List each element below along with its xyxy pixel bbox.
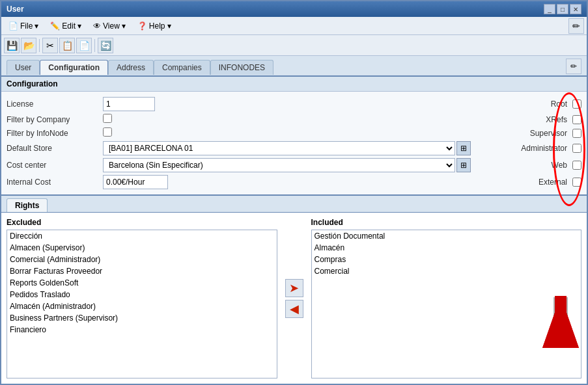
config-title: Configuration	[7, 79, 58, 88]
open-button[interactable]: 📂	[21, 38, 36, 53]
filter-infonode-label: Filter by InfoNode	[7, 129, 98, 138]
list-item[interactable]: Comercial	[312, 265, 581, 277]
help-chevron-icon: ▾	[167, 21, 171, 31]
copy-button[interactable]: 📋	[59, 38, 75, 53]
file-icon: 📄	[8, 21, 18, 31]
cost-center-select[interactable]: Barcelona (Sin Especificar)	[103, 158, 455, 172]
internal-cost-label: Internal Cost	[7, 178, 98, 187]
tab-address[interactable]: Address	[108, 60, 154, 75]
xrefs-checkbox[interactable]	[572, 115, 581, 124]
help-menu-label: Help	[149, 21, 165, 31]
transfer-buttons: ➤ ◀	[283, 218, 306, 378]
edit-menu[interactable]: ✏️ Edit ▾	[46, 20, 86, 33]
supervisor-label: Supervisor	[476, 129, 567, 138]
paste-button[interactable]: 📄	[76, 38, 92, 53]
excluded-list[interactable]: Dirección Almacen (Supervisor) Comercial…	[7, 230, 277, 378]
tab-user[interactable]: User	[7, 60, 40, 75]
save-button[interactable]: 💾	[4, 38, 20, 53]
default-store-label: Default Store	[7, 144, 98, 153]
rights-content: Excluded Dirección Almacen (Supervisor) …	[1, 213, 587, 384]
edit-icon: ✏️	[50, 21, 60, 31]
tab-infonodes[interactable]: INFONODES	[210, 60, 273, 75]
cost-center-label: Cost center	[7, 161, 98, 170]
cost-center-wrapper: Barcelona (Sin Especificar) ⊞	[103, 158, 471, 172]
included-list[interactable]: Gestión Documental Almacén Compras Comer…	[311, 230, 582, 378]
content-area: Configuration License Root Filter by Com…	[1, 77, 587, 384]
default-store-browse-button[interactable]: ⊞	[456, 141, 471, 155]
excluded-label: Excluded	[7, 218, 277, 227]
transfer-right-button[interactable]: ➤	[285, 279, 303, 297]
close-button[interactable]: ✕	[570, 4, 581, 14]
filter-infonode-checkbox[interactable]	[103, 127, 112, 137]
edit-chevron-icon: ▾	[77, 21, 81, 31]
main-window: User _ □ ✕ 📄 File ▾ ✏️ Edit ▾ 👁 View ▾ ❓…	[0, 0, 588, 385]
transfer-left-button[interactable]: ◀	[285, 300, 303, 318]
web-label: Web	[476, 161, 567, 170]
internal-cost-input[interactable]	[103, 175, 168, 189]
list-item[interactable]: Financiero	[7, 324, 277, 336]
tab-edit-button[interactable]: ✏	[566, 59, 581, 74]
xrefs-label: XRefs	[476, 115, 567, 124]
list-item[interactable]: Almacen (Supervisor)	[7, 242, 277, 254]
cut-button[interactable]: ✂	[42, 38, 58, 53]
list-item[interactable]: Gestión Documental	[312, 230, 581, 242]
view-menu-label: View	[103, 21, 120, 31]
title-bar: User _ □ ✕	[1, 1, 587, 17]
external-checkbox[interactable]	[572, 178, 581, 187]
maximize-button[interactable]: □	[557, 4, 568, 14]
default-store-select[interactable]: [BA01] BARCELONA 01	[103, 141, 455, 155]
tab-bar: User Configuration Address Companies INF…	[1, 56, 587, 77]
list-item[interactable]: Reports GoldenSoft	[7, 277, 277, 289]
header-edit-button[interactable]: ✏	[568, 18, 584, 34]
help-menu[interactable]: ❓ Help ▾	[133, 20, 176, 33]
included-panel: Included Gestión Documental Almacén Comp…	[311, 218, 582, 378]
refresh-button[interactable]: 🔄	[98, 38, 113, 53]
internal-cost-wrapper	[103, 175, 471, 189]
filter-infonode-wrapper	[103, 127, 471, 139]
default-store-wrapper: [BA01] BARCELONA 01 ⊞	[103, 141, 471, 155]
toolbar: 💾 📂 ✂ 📋 📄 🔄	[1, 35, 587, 56]
help-icon: ❓	[137, 21, 147, 31]
edit-menu-label: Edit	[62, 21, 76, 31]
administrator-checkbox[interactable]	[572, 144, 581, 153]
list-item[interactable]: Pedidos Traslado	[7, 289, 277, 300]
supervisor-checkbox[interactable]	[572, 129, 581, 138]
window-controls: _ □ ✕	[544, 4, 581, 14]
filter-company-checkbox[interactable]	[103, 114, 112, 123]
file-menu-label: File	[20, 21, 33, 31]
list-item[interactable]: Compras	[312, 254, 581, 265]
file-menu[interactable]: 📄 File ▾	[4, 20, 43, 33]
tab-companies[interactable]: Companies	[154, 60, 210, 75]
cost-center-browse-button[interactable]: ⊞	[456, 158, 471, 172]
config-section-header: Configuration	[1, 77, 587, 92]
list-item[interactable]: Comercial (Administrador)	[7, 254, 277, 265]
filter-company-label: Filter by Company	[7, 115, 98, 124]
view-menu[interactable]: 👁 View ▾	[89, 20, 130, 33]
root-checkbox[interactable]	[572, 100, 581, 109]
root-label: Root	[476, 100, 567, 109]
list-item[interactable]: Borrar Facturas Proveedor	[7, 265, 277, 277]
license-label: License	[7, 100, 98, 109]
toolbar-separator-1	[39, 39, 40, 52]
filter-company-wrapper	[103, 114, 471, 125]
view-icon: 👁	[93, 21, 101, 31]
toolbar-separator-2	[94, 39, 95, 52]
rights-tab-bar: Rights	[1, 196, 587, 213]
rights-tab[interactable]: Rights	[7, 198, 48, 212]
config-grid: License Root Filter by Company XRefs Fil…	[1, 92, 587, 196]
administrator-label: Administrator	[476, 144, 567, 153]
minimize-button[interactable]: _	[544, 4, 555, 14]
list-item[interactable]: Dirección	[7, 230, 277, 242]
menu-bar: 📄 File ▾ ✏️ Edit ▾ 👁 View ▾ ❓ Help ▾ ✏	[1, 17, 587, 35]
web-checkbox[interactable]	[572, 161, 581, 170]
rights-section: Rights Excluded Dirección Almacen (Super…	[1, 196, 587, 384]
list-item[interactable]: Almacén	[312, 242, 581, 254]
tab-configuration[interactable]: Configuration	[40, 60, 108, 75]
license-input[interactable]	[103, 97, 155, 111]
list-item[interactable]: Business Partners (Supervisor)	[7, 312, 277, 324]
list-item[interactable]: Almacén (Administrador)	[7, 300, 277, 312]
window-title: User	[7, 5, 24, 14]
external-label: External	[476, 178, 567, 187]
view-chevron-icon: ▾	[122, 21, 126, 31]
license-field-wrapper	[103, 97, 471, 111]
